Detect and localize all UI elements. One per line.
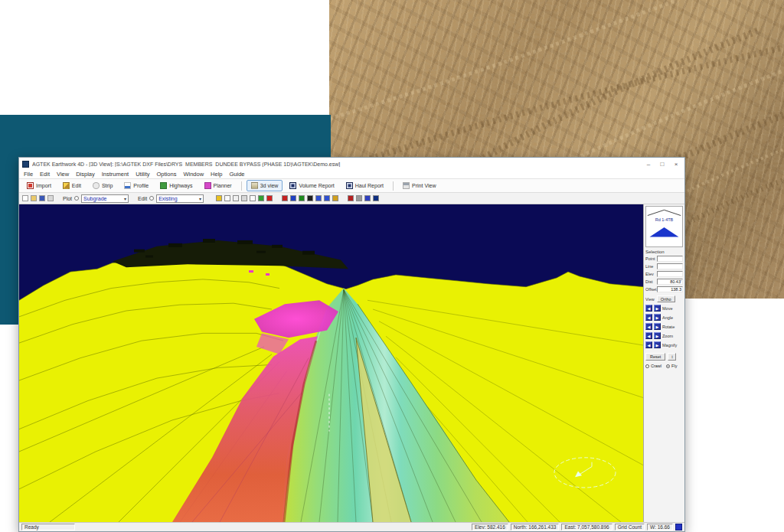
ortho-button[interactable]: Ortho: [657, 295, 675, 302]
menu-view[interactable]: View: [57, 171, 69, 178]
profile-button[interactable]: Profile: [119, 180, 153, 191]
magnify-down-button[interactable]: ◀: [645, 341, 652, 348]
toolbar-separator: [393, 181, 394, 191]
rotate-left-button[interactable]: ◀: [645, 323, 652, 330]
volume-report-button[interactable]: Volume Report: [285, 180, 338, 191]
main-toolbar: Import Edit Strip Profile Highways Plann…: [19, 179, 684, 193]
zoom-in-button[interactable]: ▶: [654, 332, 661, 339]
edit-button[interactable]: Edit: [58, 180, 86, 191]
blue-layer-icon[interactable]: [290, 195, 296, 201]
minimize-button[interactable]: –: [643, 161, 654, 168]
app-icon: [22, 161, 29, 168]
plot-radio[interactable]: [74, 196, 79, 201]
menu-edit[interactable]: Edit: [40, 171, 50, 178]
move-right-button[interactable]: ▶: [654, 305, 661, 312]
close-button[interactable]: ×: [671, 161, 681, 168]
3d-view-button[interactable]: 3d view: [247, 180, 283, 191]
title-bar[interactable]: AGTEK Earthwork 4D - [3D View]: [S:\AGTE…: [19, 158, 684, 170]
menu-guide[interactable]: Guide: [230, 171, 245, 178]
line-field[interactable]: [657, 263, 683, 269]
light-icon[interactable]: [216, 195, 222, 201]
highways-button[interactable]: Highways: [155, 180, 197, 191]
save-icon[interactable]: [39, 195, 45, 201]
terrain-render: [19, 204, 643, 522]
field-dist: Dist 80.43': [645, 279, 683, 285]
field-label: Elev: [645, 272, 655, 276]
reset-button[interactable]: Reset: [645, 353, 665, 361]
menu-bar: File Edit View Display Instrument Utilit…: [19, 170, 684, 179]
zoom-window-icon[interactable]: [250, 195, 256, 201]
grid-icon[interactable]: [373, 195, 379, 201]
volume-report-icon: [289, 182, 296, 189]
print-view-button[interactable]: Print View: [398, 180, 440, 191]
menu-utility[interactable]: Utility: [136, 171, 149, 178]
3d-viewport[interactable]: [19, 204, 643, 522]
status-ready: Ready: [21, 524, 75, 530]
open-icon[interactable]: [31, 195, 37, 201]
camera-icon[interactable]: [348, 195, 354, 201]
fly-radio[interactable]: Fly: [666, 364, 677, 368]
strip-button[interactable]: Strip: [88, 180, 117, 191]
dist-field[interactable]: 80.43': [657, 279, 683, 285]
button-label: Planner: [214, 183, 232, 188]
elev-field[interactable]: [657, 271, 683, 277]
edit-radio[interactable]: [149, 196, 154, 201]
import-icon: [27, 182, 34, 189]
point-field[interactable]: [657, 256, 683, 262]
magnify-up-button[interactable]: ▶: [654, 341, 661, 348]
screen-icon[interactable]: [356, 195, 362, 201]
triangles-icon[interactable]: [324, 195, 330, 201]
print-icon[interactable]: [47, 195, 54, 201]
menu-display[interactable]: Display: [76, 171, 95, 178]
pencil-icon: [63, 182, 70, 189]
red-layer-icon[interactable]: [266, 195, 273, 201]
zoom-in-icon[interactable]: [233, 195, 239, 201]
menu-window[interactable]: Window: [183, 171, 204, 178]
angle-right-button[interactable]: ▶: [654, 314, 661, 321]
status-grid-count: Grid Count: [615, 524, 645, 530]
menu-instrument[interactable]: Instrument: [102, 171, 129, 178]
offset-field[interactable]: 138.3: [657, 286, 683, 292]
menu-file[interactable]: File: [24, 171, 33, 178]
contours-icon[interactable]: [315, 195, 322, 201]
black-layer-icon[interactable]: [307, 195, 313, 201]
plot-layer-select[interactable]: Subgrade ▾: [81, 194, 129, 203]
button-label: Print View: [412, 183, 436, 188]
status-north: North: 166,261.433: [511, 524, 560, 530]
haul-report-button[interactable]: Haul Report: [341, 180, 388, 191]
section-icon[interactable]: [364, 195, 371, 201]
maximize-button[interactable]: □: [657, 161, 668, 168]
radio-icon: [645, 364, 649, 368]
sun-icon[interactable]: [332, 195, 338, 201]
crawl-radio[interactable]: Crawl: [645, 364, 662, 368]
edit-label: Edit: [138, 196, 147, 201]
cut-layer-icon[interactable]: [282, 195, 288, 201]
status-bar: Ready Elev: 582.416 North: 166,261.433 E…: [19, 522, 684, 531]
new-icon[interactable]: [22, 195, 28, 201]
angle-controls: ◀ ▶ Angle: [645, 314, 683, 321]
pan-mode-button[interactable]: ↕: [668, 353, 676, 361]
field-label: Dist: [645, 279, 655, 284]
pan-icon[interactable]: [224, 195, 230, 201]
printer-icon: [403, 182, 410, 189]
planner-button[interactable]: Planner: [200, 180, 237, 191]
status-east: East: 7,057,580.896: [561, 524, 612, 530]
menu-options[interactable]: Options: [157, 171, 177, 178]
zoom-out-icon[interactable]: [241, 195, 247, 201]
rotate-right-button[interactable]: ▶: [654, 323, 661, 330]
edit-layer-select[interactable]: Existing ▾: [156, 194, 204, 203]
zoom-out-button[interactable]: ◀: [645, 332, 652, 339]
field-label: Offset: [645, 287, 655, 292]
green-layer-icon[interactable]: [258, 195, 264, 201]
fill-layer-icon[interactable]: [299, 195, 305, 201]
status-elev: Elev: 582.416: [472, 524, 508, 530]
section-preview-graphic: [646, 207, 682, 246]
import-button[interactable]: Import: [22, 180, 56, 191]
nav-label: Magnify: [662, 343, 677, 348]
move-left-button[interactable]: ◀: [645, 305, 652, 312]
strip-icon: [93, 182, 100, 189]
menu-help[interactable]: Help: [211, 171, 222, 178]
angle-left-button[interactable]: ◀: [645, 314, 652, 321]
button-label: Volume Report: [299, 183, 334, 188]
radio-label: Fly: [671, 364, 677, 368]
